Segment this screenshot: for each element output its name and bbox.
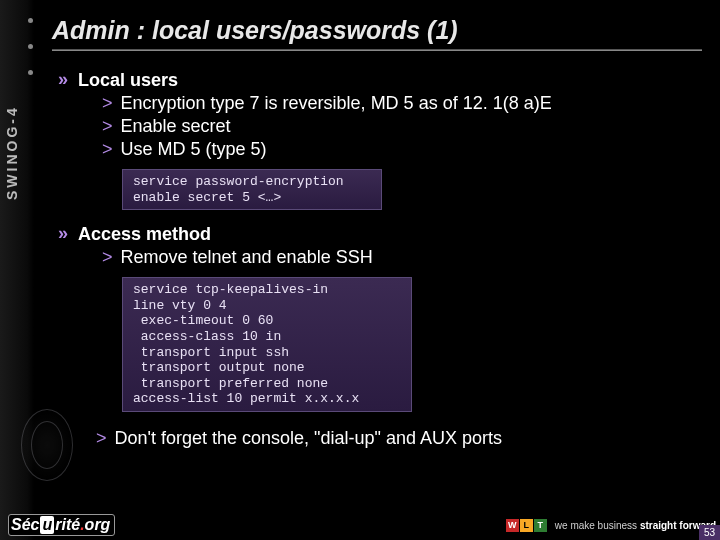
- bullet: > Use MD 5 (type 5): [102, 139, 702, 160]
- bullet-text: Don't forget the console, "dial-up" and …: [115, 428, 502, 449]
- code-line: service password-encryption: [133, 174, 371, 190]
- sidebar-label: SWINOG-4: [4, 105, 20, 200]
- footer-right: W L T we make business straight forward: [506, 519, 720, 532]
- tile: W: [506, 519, 519, 532]
- section-heading-text: Local users: [78, 70, 178, 91]
- tile: T: [534, 519, 547, 532]
- slide-content: Admin : local users/passwords (1) » Loca…: [42, 0, 712, 510]
- bullet: > Remove telnet and enable SSH: [102, 247, 702, 268]
- code-line: enable secret 5 <…>: [133, 190, 371, 206]
- code-line: transport preferred none: [133, 376, 401, 392]
- brand-text-3: org: [85, 516, 111, 534]
- code-line: service tcp-keepalives-in: [133, 282, 401, 298]
- bullet: > Enable secret: [102, 116, 702, 137]
- fingerprint-graphic: [2, 390, 92, 500]
- chevron-icon: >: [102, 247, 113, 268]
- footer: Sécurité.org W L T we make business stra…: [0, 510, 720, 540]
- section-heading: » Local users: [58, 70, 702, 91]
- brand-text-2: rité: [55, 516, 80, 534]
- chevron-icon: »: [58, 224, 68, 242]
- title-rule: [52, 49, 702, 52]
- section: » Local users > Encryption type 7 is rev…: [58, 70, 702, 160]
- sidebar-dot: [28, 44, 33, 49]
- code-block: service password-encryption enable secre…: [122, 169, 382, 210]
- code-block: service tcp-keepalives-in line vty 0 4 e…: [122, 277, 412, 412]
- brand-accent: u: [40, 516, 54, 534]
- code-line: transport output none: [133, 360, 401, 376]
- chevron-icon: >: [102, 139, 113, 160]
- bullet-text: Remove telnet and enable SSH: [121, 247, 373, 268]
- code-line: access-list 10 permit x.x.x.x: [133, 391, 401, 407]
- tile: L: [520, 519, 533, 532]
- bullet: > Encryption type 7 is reversible, MD 5 …: [102, 93, 702, 114]
- bullet-text: Enable secret: [121, 116, 231, 137]
- section-heading: » Access method: [58, 224, 702, 245]
- code-line: line vty 0 4: [133, 298, 401, 314]
- brand-logo: Sécurité.org: [8, 514, 115, 536]
- tagline: we make business straight forward: [555, 520, 716, 531]
- page-number: 53: [699, 525, 720, 540]
- brand-text-1: Séc: [11, 516, 39, 534]
- bullet: > Don't forget the console, "dial-up" an…: [96, 428, 702, 449]
- section-heading-text: Access method: [78, 224, 211, 245]
- page-title: Admin : local users/passwords (1): [52, 10, 702, 49]
- code-line: transport input ssh: [133, 345, 401, 361]
- section: » Access method > Remove telnet and enab…: [58, 224, 702, 268]
- tile-group: W L T: [506, 519, 547, 532]
- bullet-text: Use MD 5 (type 5): [121, 139, 267, 160]
- code-line: exec-timeout 0 60: [133, 313, 401, 329]
- bullet-text: Encryption type 7 is reversible, MD 5 as…: [121, 93, 552, 114]
- tagline-pre: we make business: [555, 520, 640, 531]
- chevron-icon: >: [102, 93, 113, 114]
- code-line: access-class 10 in: [133, 329, 401, 345]
- sidebar-dot: [28, 18, 33, 23]
- chevron-icon: >: [102, 116, 113, 137]
- chevron-icon: >: [96, 428, 107, 449]
- chevron-icon: »: [58, 70, 68, 88]
- sidebar-dot: [28, 70, 33, 75]
